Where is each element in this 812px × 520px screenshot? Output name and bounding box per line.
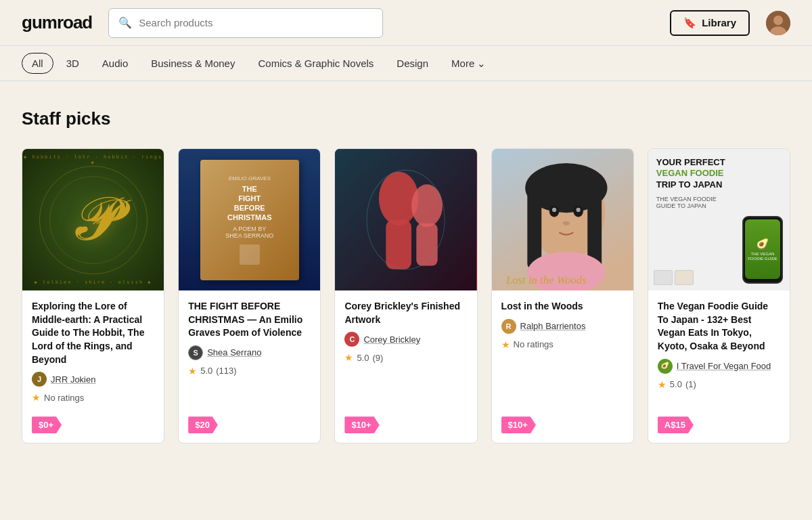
card-lost[interactable]: Lost in the Woods Lost in the Woods R Ra… — [491, 148, 634, 443]
nav-item-3d[interactable]: 3D — [56, 53, 89, 74]
rating-count-vegan: (1) — [685, 379, 696, 389]
author-avatar-corey: C — [344, 332, 359, 347]
search-input[interactable] — [139, 17, 373, 28]
vegan-phone-mockup: 🥑 THE VEGAN FOODIE GUIDE — [742, 216, 783, 284]
card-body-corey: Corey Brickley's Finished Artwork C Core… — [335, 290, 476, 410]
card-rating-lotr: ★ No ratings — [32, 392, 154, 403]
card-title-lost: Lost in the Woods — [501, 300, 624, 313]
library-icon: 🔖 — [683, 17, 696, 29]
search-bar: 🔍 — [108, 8, 383, 38]
nav-item-design[interactable]: Design — [386, 53, 438, 74]
author-name-lotr: JRR Jokien — [51, 374, 95, 385]
star-icon-lotr: ★ — [32, 392, 41, 403]
card-author-christmas: S Shea Serrano — [188, 345, 311, 360]
price-tag-corey[interactable]: $10+ — [344, 416, 379, 433]
vegan-cover-sub: THE VEGAN FOODIE GUIDE TO JAPAN — [656, 196, 725, 209]
price-tag-vegan[interactable]: A$15 — [658, 416, 694, 433]
card-rating-lost: ★ No ratings — [501, 339, 624, 350]
card-body-lotr: Exploring the Lore of Middle-earth: A Pr… — [22, 290, 164, 410]
star-icon-lost: ★ — [501, 339, 510, 350]
author-name-corey: Corey Brickley — [363, 334, 420, 345]
author-avatar-christmas: S — [188, 345, 203, 360]
card-title-vegan: The Vegan Foodie Guide To Japan - 132+ B… — [658, 300, 780, 353]
chevron-down-icon: ⌄ — [477, 58, 486, 70]
svg-text:Lost in the Woods: Lost in the Woods — [505, 274, 587, 286]
card-body-vegan: The Vegan Foodie Guide To Japan - 132+ B… — [648, 290, 790, 410]
card-rating-christmas: ★ 5.0 (113) — [188, 366, 311, 376]
star-icon-vegan: ★ — [658, 379, 667, 390]
card-author-corey: C Corey Brickley — [344, 332, 467, 347]
svg-rect-5 — [386, 220, 412, 269]
svg-point-6 — [411, 184, 443, 227]
rating-count-christmas: (113) — [216, 366, 236, 376]
header: gumroad 🔍 🔖 Library — [0, 0, 812, 46]
avatar[interactable] — [766, 11, 790, 35]
logo[interactable]: gumroad — [22, 12, 92, 33]
nav-item-comics[interactable]: Comics & Graphic Novels — [248, 53, 384, 74]
book-spine-christmas: EMILIO GRAVES THEFIGHTBEFORECHRISTMAS A … — [200, 160, 299, 280]
svg-rect-7 — [417, 223, 438, 266]
card-image-corey — [335, 149, 476, 290]
rating-value-christmas: 5.0 — [200, 366, 212, 376]
card-image-lost: Lost in the Woods — [492, 149, 633, 290]
author-avatar-lost: R — [501, 319, 516, 334]
svg-rect-12 — [527, 184, 541, 269]
card-rating-vegan: ★ 5.0 (1) — [658, 379, 780, 390]
author-name-lost: Ralph Barrientos — [520, 321, 586, 331]
card-vegan[interactable]: YOUR PERFECT VEGAN FOODIE TRIP TO JAPAN … — [648, 148, 790, 443]
card-footer-corey: $10+ — [335, 410, 476, 443]
price-tag-lotr[interactable]: $0+ — [32, 416, 62, 433]
main-content: Staff picks 𝒫 𝒫 ◆ hobbits · lotr · hobbi… — [0, 81, 812, 471]
author-name-vegan: I Travel For Vegan Food — [677, 361, 771, 371]
book-title-text-christmas: THEFIGHTBEFORECHRISTMAS — [227, 184, 271, 223]
card-image-christmas: EMILIO GRAVES THEFIGHTBEFORECHRISTMAS A … — [179, 149, 320, 290]
card-christmas[interactable]: EMILIO GRAVES THEFIGHTBEFORECHRISTMAS A … — [178, 148, 321, 443]
rating-text-lotr: No ratings — [44, 393, 84, 403]
card-author-vegan: 🥑 I Travel For Vegan Food — [658, 359, 780, 374]
nav-item-more[interactable]: More ⌄ — [441, 53, 496, 74]
library-button[interactable]: 🔖 Library — [670, 10, 750, 36]
card-lotr[interactable]: 𝒫 𝒫 ◆ hobbits · lotr · hobbit · rings ◆ … — [22, 148, 164, 443]
library-label: Library — [702, 17, 736, 28]
card-author-lost: R Ralph Barrientos — [501, 319, 624, 334]
author-avatar-lotr: J — [32, 372, 47, 387]
rating-value-corey: 5.0 — [357, 353, 369, 363]
price-tag-christmas[interactable]: $20 — [188, 416, 218, 433]
author-name-christmas: Shea Serrano — [207, 347, 261, 358]
card-footer-vegan: A$15 — [648, 410, 790, 443]
svg-point-1 — [773, 16, 783, 25]
nav-item-business[interactable]: Business & Money — [141, 53, 245, 74]
card-title-corey: Corey Brickley's Finished Artwork — [344, 300, 467, 326]
book-subtitle-christmas: A POEM BYSHEA SERRANO — [225, 225, 273, 239]
cards-grid: 𝒫 𝒫 ◆ hobbits · lotr · hobbit · rings ◆ … — [22, 148, 790, 443]
star-icon-christmas: ★ — [188, 366, 197, 376]
price-tag-lost[interactable]: $10+ — [501, 416, 536, 433]
rating-value-vegan: 5.0 — [670, 379, 682, 389]
card-corey[interactable]: Corey Brickley's Finished Artwork C Core… — [334, 148, 477, 443]
nav-item-all[interactable]: All — [22, 53, 53, 74]
author-avatar-vegan: 🥑 — [658, 359, 673, 374]
card-title-lotr: Exploring the Lore of Middle-earth: A Pr… — [32, 300, 154, 366]
rating-text-lost: No ratings — [514, 339, 554, 349]
svg-point-17 — [576, 208, 580, 212]
svg-point-16 — [552, 208, 556, 212]
search-icon: 🔍 — [118, 16, 132, 29]
star-icon-corey: ★ — [344, 352, 353, 363]
vegan-preview-cards — [654, 270, 694, 285]
svg-point-18 — [562, 221, 569, 225]
card-rating-corey: ★ 5.0 (9) — [344, 352, 467, 363]
card-footer-lost: $10+ — [492, 410, 633, 443]
vegan-cover-headline: YOUR PERFECT VEGAN FOODIE TRIP TO JAPAN — [656, 157, 725, 190]
card-footer-christmas: $20 — [179, 410, 320, 443]
nav: All 3D Audio Business & Money Comics & G… — [0, 46, 812, 81]
card-title-christmas: THE FIGHT BEFORE CHRISTMAS — An Emilio G… — [188, 300, 311, 340]
rating-count-corey: (9) — [372, 353, 383, 363]
card-body-lost: Lost in the Woods R Ralph Barrientos ★ N… — [492, 290, 633, 410]
card-footer-lotr: $0+ — [22, 410, 164, 443]
card-image-lotr: 𝒫 𝒫 ◆ hobbits · lotr · hobbit · rings ◆ … — [22, 149, 164, 290]
card-body-christmas: THE FIGHT BEFORE CHRISTMAS — An Emilio G… — [179, 290, 320, 410]
section-title: Staff picks — [22, 108, 790, 129]
card-image-vegan: YOUR PERFECT VEGAN FOODIE TRIP TO JAPAN … — [648, 149, 790, 290]
card-author-lotr: J JRR Jokien — [32, 372, 154, 387]
nav-item-audio[interactable]: Audio — [92, 53, 138, 74]
